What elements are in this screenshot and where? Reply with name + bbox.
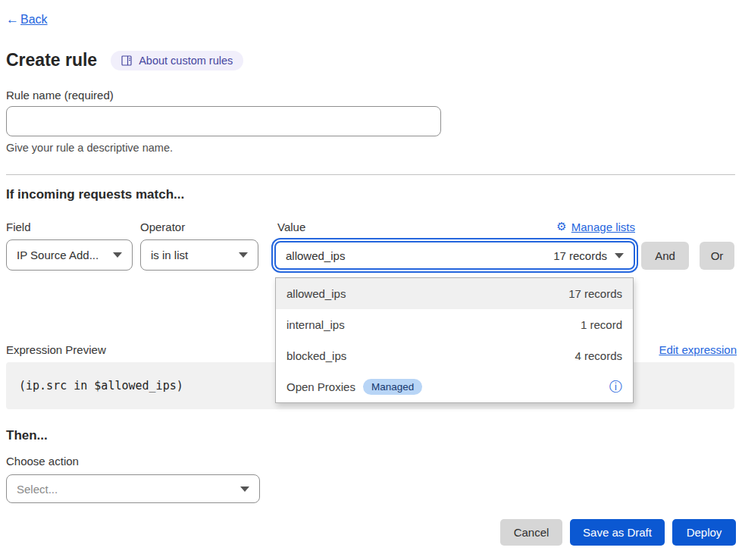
operator-select-value: is in list — [151, 249, 188, 261]
or-button[interactable]: Or — [700, 242, 734, 270]
create-rule-page: ← Back Create rule About custom rules Ru… — [0, 0, 742, 560]
chevron-down-icon — [240, 486, 249, 492]
expression-code: (ip.src in $allowed_ips) — [19, 379, 183, 393]
expression-preview-label: Expression Preview — [6, 343, 106, 356]
list-item-name: internal_ips — [286, 318, 345, 331]
manage-lists-link[interactable]: ⚙ Manage lists — [556, 220, 635, 233]
then-section-title: Then... — [6, 428, 48, 443]
title-row: Create rule About custom rules — [6, 50, 243, 70]
edit-expression-link[interactable]: Edit expression — [659, 343, 737, 356]
page-title: Create rule — [6, 50, 97, 70]
list-item-name: allowed_ips — [286, 287, 346, 300]
chevron-down-icon — [615, 253, 624, 258]
list-dropdown-panel: allowed_ips 17 records internal_ips 1 re… — [275, 277, 634, 403]
about-custom-rules-link[interactable]: About custom rules — [111, 51, 243, 70]
value-label-row: Value ⚙ Manage lists — [273, 220, 635, 233]
book-icon — [121, 55, 133, 66]
rule-name-label: Rule name (required) — [6, 89, 114, 102]
list-item-records: 17 records — [568, 287, 622, 300]
chevron-down-icon — [113, 252, 122, 258]
back-link[interactable]: ← Back — [6, 12, 48, 27]
list-item-name: blocked_ips — [286, 349, 346, 362]
operator-select[interactable]: is in list — [140, 239, 258, 271]
list-item-allowed-ips[interactable]: allowed_ips 17 records — [276, 278, 633, 309]
field-select[interactable]: IP Source Add... — [6, 239, 133, 271]
save-as-draft-button[interactable]: Save as Draft — [570, 519, 665, 546]
info-icon[interactable]: ⓘ — [609, 380, 622, 393]
list-item-records: 1 record — [581, 318, 622, 331]
and-button[interactable]: And — [641, 242, 689, 270]
match-section-title: If incoming requests match... — [6, 187, 184, 202]
field-label: Field — [6, 221, 31, 233]
deploy-button[interactable]: Deploy — [672, 519, 736, 546]
list-item-internal-ips[interactable]: internal_ips 1 record — [276, 309, 633, 340]
about-badge-label: About custom rules — [139, 55, 233, 67]
rule-name-input[interactable] — [6, 106, 441, 136]
list-item-open-proxies[interactable]: Open Proxies Managed ⓘ — [276, 371, 633, 402]
choose-action-label: Choose action — [6, 455, 79, 468]
list-item-name: Open Proxies — [286, 380, 355, 393]
back-arrow-icon: ← — [6, 12, 19, 27]
gear-icon: ⚙ — [556, 220, 566, 233]
operator-label: Operator — [140, 221, 185, 233]
rule-name-helper: Give your rule a descriptive name. — [6, 142, 173, 154]
cancel-button[interactable]: Cancel — [500, 519, 562, 546]
value-select[interactable]: allowed_ips 17 records — [274, 241, 635, 270]
chevron-down-icon — [239, 252, 248, 258]
manage-lists-label: Manage lists — [571, 221, 635, 233]
field-select-value: IP Source Add... — [17, 249, 99, 261]
action-select-placeholder: Select... — [17, 483, 58, 496]
action-select[interactable]: Select... — [6, 474, 260, 503]
value-select-records: 17 records — [553, 249, 607, 262]
list-item-blocked-ips[interactable]: blocked_ips 4 records — [276, 340, 633, 371]
managed-badge: Managed — [363, 379, 422, 395]
section-divider — [6, 174, 735, 175]
value-label: Value — [277, 221, 305, 233]
value-select-selected: allowed_ips — [286, 249, 345, 262]
back-link-label: Back — [20, 13, 48, 27]
list-item-records: 4 records — [575, 349, 622, 362]
